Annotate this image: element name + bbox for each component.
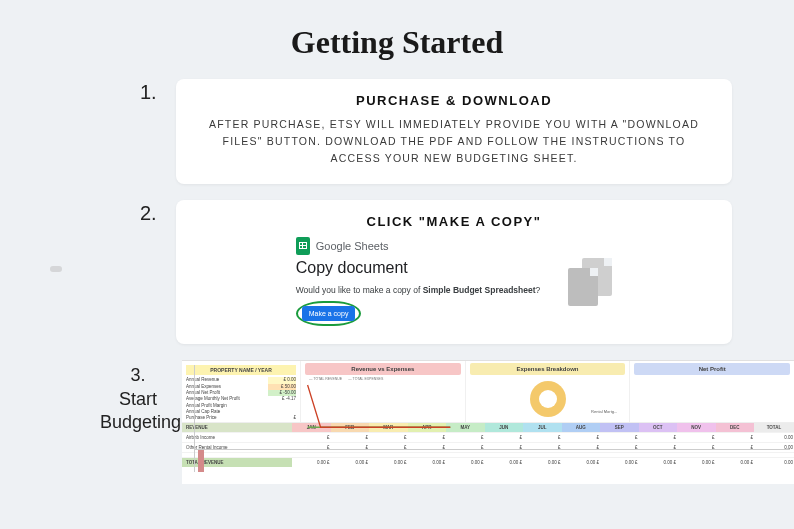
step-1-card: PURCHASE & DOWNLOAD AFTER PURCHASE, ETSY…: [176, 79, 732, 184]
carousel-indicator-icon[interactable]: [50, 266, 62, 272]
page-title: Getting Started: [0, 0, 794, 79]
step-2-heading: CLICK "MAKE A COPY": [200, 214, 708, 229]
make-copy-highlight: Make a copy: [296, 301, 362, 326]
step-2-number: 2.: [140, 200, 176, 225]
copy-dialog: Google Sheets Copy document Would you li…: [200, 237, 708, 326]
step-2: 2. CLICK "MAKE A COPY" Google Sheets Cop…: [0, 200, 794, 344]
step-3-label: 3. Start Budgeting: [100, 360, 176, 434]
google-sheets-label: Google Sheets: [316, 240, 389, 252]
copy-dialog-question: Would you like to make a copy of Simple …: [296, 285, 541, 295]
step-1-heading: PURCHASE & DOWNLOAD: [200, 93, 708, 108]
step-1-body: AFTER PURCHASE, ETSY WILL IMMEDIATELY PR…: [200, 116, 708, 166]
chart-net-profit: Net Profit: [629, 361, 794, 422]
copy-dialog-title: Copy document: [296, 259, 408, 277]
google-sheets-icon: [296, 237, 310, 255]
step-1: 1. PURCHASE & DOWNLOAD AFTER PURCHASE, E…: [0, 79, 794, 184]
copy-files-icon: [568, 258, 612, 306]
make-copy-button[interactable]: Make a copy: [302, 306, 356, 321]
step-2-card: CLICK "MAKE A COPY" Google Sheets Copy d…: [176, 200, 732, 344]
spreadsheet-preview: PROPERTY NAME / YEAR Annual Revenue£ 0.0…: [182, 360, 794, 484]
step-1-number: 1.: [140, 79, 176, 104]
step-3: 3. Start Budgeting PROPERTY NAME / YEAR …: [0, 360, 794, 484]
